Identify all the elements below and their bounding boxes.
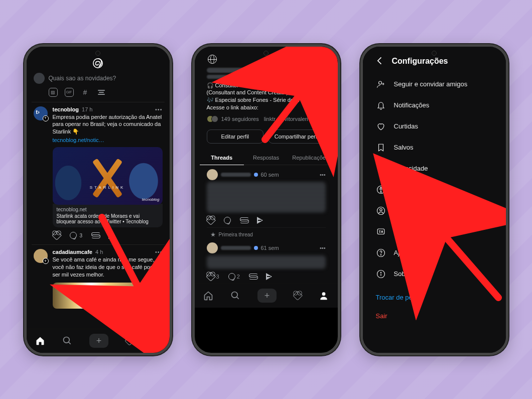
- settings-item-follow[interactable]: Seguir e convidar amigos: [375, 74, 494, 95]
- globe-icon[interactable]: [207, 54, 218, 65]
- instagram-icon[interactable]: [297, 54, 308, 65]
- settings-item-account[interactable]: Conta: [375, 200, 494, 221]
- hashtag-icon[interactable]: #: [81, 88, 90, 97]
- settings-item-saved[interactable]: Salvos: [375, 137, 494, 158]
- logout-link[interactable]: Sair: [375, 307, 494, 325]
- page-title: Configurações: [392, 57, 448, 66]
- author-avatar: [207, 242, 218, 253]
- person-plus-icon: [376, 79, 386, 89]
- nav-search-icon[interactable]: [62, 335, 73, 346]
- link-card-footer[interactable]: tecnoblog.net Starlink acata ordem de Mo…: [53, 204, 163, 227]
- phone-screenshot-2: 🎧 Consultor e Criador do Conteúdo (Consu…: [192, 44, 340, 355]
- like-icon[interactable]: [207, 216, 215, 224]
- settings-item-label: Seguir e convidar amigos: [394, 80, 468, 88]
- post-menu-icon[interactable]: •••: [320, 245, 326, 251]
- post-time: 61 sem: [261, 245, 279, 251]
- poll-icon[interactable]: [97, 88, 106, 97]
- nav-profile-icon[interactable]: [150, 335, 161, 346]
- menu-icon[interactable]: [315, 54, 326, 65]
- post-actions: 3 2: [207, 273, 326, 281]
- author-avatar[interactable]: +: [34, 249, 48, 263]
- redacted-author: [221, 173, 251, 177]
- first-thread-label: Primeira thread: [207, 228, 326, 238]
- svg-point-14: [379, 208, 382, 211]
- comment-button[interactable]: 3: [70, 232, 83, 239]
- author-avatar[interactable]: t› +: [34, 106, 48, 120]
- nav-home-icon[interactable]: [35, 335, 46, 346]
- settings-item-about[interactable]: Sobre: [375, 263, 494, 285]
- svg-point-17: [380, 254, 381, 255]
- profile-post[interactable]: 60 sem •••: [207, 165, 326, 228]
- profile-avatar[interactable]: [303, 70, 331, 98]
- link-card-image[interactable]: STARLINK tecnoblog: [53, 147, 163, 205]
- gif-icon[interactable]: GIF: [65, 88, 74, 97]
- post-time: 60 sem: [261, 172, 279, 178]
- like-count: 3: [216, 274, 219, 280]
- nav-compose-icon[interactable]: +: [257, 289, 277, 303]
- svg-point-19: [380, 272, 381, 273]
- media-icon[interactable]: ▧: [49, 88, 58, 97]
- edit-profile-button[interactable]: Editar perfil: [207, 129, 264, 144]
- svg-point-9: [378, 81, 381, 84]
- follow-plus-icon[interactable]: +: [43, 258, 49, 264]
- tab-threads[interactable]: Threads: [200, 151, 244, 165]
- nav-activity-icon[interactable]: [125, 337, 134, 345]
- settings-item-likes[interactable]: Curtidas: [375, 116, 494, 137]
- nav-home-icon[interactable]: [203, 290, 214, 301]
- feed-scroll[interactable]: Quais sao as novidades? ▧ GIF # t› +: [27, 47, 170, 329]
- comment-icon[interactable]: [224, 217, 231, 224]
- composer-row[interactable]: Quais sao as novidades?: [34, 73, 163, 84]
- settings-item-label: Curtidas: [394, 122, 418, 130]
- followers-line[interactable]: 149 seguidores linktr.ee/vitorvaleri: [200, 113, 333, 124]
- nav-compose-icon[interactable]: +: [89, 334, 108, 348]
- like-icon[interactable]: [53, 231, 61, 239]
- tab-reposts[interactable]: Republicações: [288, 151, 332, 165]
- first-thread-text: Primeira thread: [219, 232, 253, 237]
- nav-activity-icon[interactable]: [293, 292, 302, 300]
- heart-icon: [376, 121, 386, 131]
- follow-plus-icon[interactable]: +: [43, 115, 49, 121]
- tab-replies[interactable]: Respostas: [244, 151, 288, 165]
- post-menu-icon[interactable]: •••: [155, 106, 163, 112]
- nav-profile-icon[interactable]: [318, 290, 329, 301]
- share-icon[interactable]: [108, 232, 114, 239]
- settings-item-label: Idioma: [394, 228, 414, 235]
- settings-item-label: Notificações: [394, 101, 430, 109]
- settings-item-privacy[interactable]: Privacidade: [375, 158, 494, 179]
- card-title: Starlink acata ordem de Moraes e vai blo…: [57, 213, 159, 224]
- profile-scroll[interactable]: 🎧 Consultor e Criador do Conteúdo (Consu…: [195, 47, 338, 284]
- share-icon[interactable]: [257, 217, 263, 224]
- bio-link[interactable]: linktr.ee/vitorvaleri: [264, 116, 308, 122]
- switch-profile-link[interactable]: Trocar de perfil: [375, 285, 494, 307]
- camera-cutout: [263, 51, 269, 56]
- nav-search-icon[interactable]: [230, 290, 241, 301]
- back-icon[interactable]: [375, 56, 385, 67]
- share-profile-button[interactable]: Compartilhar perfil: [269, 129, 326, 144]
- like-button[interactable]: 3: [207, 273, 219, 281]
- post-link[interactable]: tecnoblog.net/notic…: [53, 137, 163, 143]
- settings-item-accessibility[interactable]: Acessibilidade: [375, 179, 494, 200]
- settings-scroll[interactable]: Configurações Seguir e convidar amigos N…: [363, 47, 506, 353]
- post-body: Se você ama café e ainda não me segue, v…: [53, 256, 163, 279]
- repost-icon[interactable]: [91, 232, 99, 238]
- share-icon[interactable]: [266, 273, 272, 280]
- feed-post[interactable]: + cadadiaumcafe 4 h ••• Se você ama café…: [32, 244, 165, 314]
- profile-post[interactable]: 61 sem ••• 3 2: [207, 238, 326, 284]
- comment-icon: [70, 232, 77, 239]
- settings-item-language[interactable]: Idioma: [375, 221, 494, 242]
- post-menu-icon[interactable]: •••: [155, 249, 163, 255]
- repost-icon[interactable]: [240, 217, 248, 223]
- comment-button[interactable]: 2: [228, 273, 240, 280]
- feed-post[interactable]: t› + tecnoblog 17 h ••• Empresa podia pe…: [32, 102, 165, 245]
- post-image[interactable]: [53, 283, 163, 309]
- author-name[interactable]: cadadiaumcafe: [53, 249, 92, 255]
- repost-icon[interactable]: [249, 274, 257, 280]
- post-time: 17 h: [82, 106, 92, 112]
- language-icon: [376, 227, 386, 237]
- author-name[interactable]: tecnoblog: [53, 106, 79, 112]
- redacted-name: [207, 68, 267, 73]
- comment-count: 3: [80, 233, 83, 238]
- post-menu-icon[interactable]: •••: [320, 172, 326, 178]
- settings-item-help[interactable]: Ajuda: [375, 242, 494, 263]
- settings-item-notifications[interactable]: Notificações: [375, 95, 494, 116]
